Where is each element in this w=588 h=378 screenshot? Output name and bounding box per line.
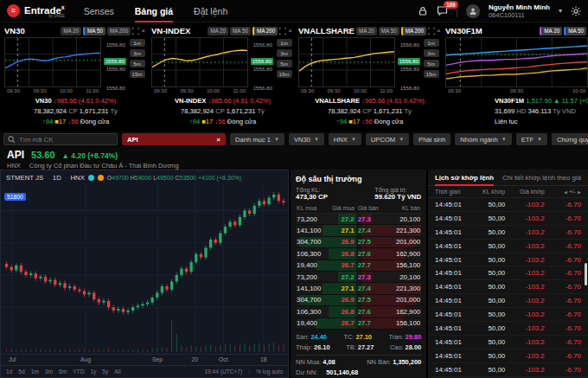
expand-icon[interactable]	[279, 28, 286, 35]
depth-row[interactable]: 106,30026.827.6162,900	[296, 306, 421, 317]
close-icon[interactable]: ×	[216, 136, 220, 144]
chart-timeframe-button[interactable]: 3m	[45, 368, 53, 375]
time-axis[interactable]: JulAugSep20Oct18	[1, 354, 288, 365]
entrade-logo[interactable]: ≡ Entradex by DNSE	[7, 3, 65, 18]
depth-row[interactable]: 73,20027.227.320,100	[296, 214, 421, 225]
chart-timeframe-button[interactable]: 6m	[59, 368, 67, 375]
chart-timeframe-button[interactable]: YTD	[73, 368, 84, 375]
tab-vn30[interactable]: VN30▼	[289, 133, 324, 145]
depth-row[interactable]: 19,40026.727.7156,100	[296, 318, 421, 330]
tab-chứng-quyền[interactable]: Chứng quyền	[552, 133, 588, 145]
tab-etf[interactable]: ETF▼	[516, 133, 547, 145]
lock-icon[interactable]	[418, 6, 428, 16]
history-tab[interactable]: Chi tiết khớp lệnh theo giá	[502, 170, 581, 186]
index-title: VN30F1M	[445, 26, 483, 35]
expand-icon[interactable]	[428, 28, 435, 35]
ma-button[interactable]: MA 200	[401, 27, 426, 35]
candlestick-canvas[interactable]	[1, 183, 288, 354]
depth-row[interactable]: 141,10027.127.4221,300	[296, 225, 421, 236]
nav-item-bảng-giá[interactable]: Bảng giá	[135, 0, 173, 22]
close-icon[interactable]: ×	[141, 28, 145, 35]
chart-timeframe-button[interactable]: All	[114, 368, 120, 375]
match-volume: 50,00	[475, 352, 505, 360]
foreign-stat: NN Mua: 4,08	[296, 357, 336, 368]
tab-danh-mục-1[interactable]: Danh mục 1▼	[230, 133, 284, 145]
ma-button[interactable]: MA 20	[540, 27, 562, 35]
nav-item-đặt-lệnh[interactable]: Đặt lệnh	[194, 0, 227, 22]
depth-row[interactable]: 141,10027.127.4221,300	[296, 283, 421, 294]
ma-button[interactable]: MA 50	[83, 27, 105, 35]
chart-timeframe-button[interactable]: 5y	[102, 368, 108, 375]
index-stats: VN30 ↓985.66 (4.61 0.42%)78,382,924 CP 1…	[4, 96, 147, 127]
ma-button[interactable]: MA 20	[208, 27, 228, 35]
sort-left-icon[interactable]: ◀	[564, 189, 567, 195]
legend-interval-badge-icon[interactable]	[98, 175, 104, 181]
close-icon[interactable]: ×	[288, 28, 292, 35]
tab-api-active[interactable]: API ×	[122, 133, 226, 145]
scale-button-%[interactable]: %	[256, 368, 261, 375]
nav-item-senses[interactable]: Senses	[84, 0, 114, 22]
ma-button[interactable]: MA 200	[107, 27, 131, 35]
depth-row[interactable]: 304,70026.927.5201,000	[296, 237, 421, 248]
tab-phái-sinh[interactable]: Phái sinh	[413, 133, 451, 145]
expand-icon[interactable]	[132, 28, 139, 35]
sort-right-icon[interactable]: ▶	[578, 189, 581, 195]
tab-hnx[interactable]: HNX▼	[329, 133, 361, 145]
avatar[interactable]	[466, 4, 480, 18]
chart-timeframe-button[interactable]: 1m	[31, 368, 39, 375]
history-row: 14:45:0150,00-103.2-6.70	[428, 280, 588, 294]
search-input[interactable]	[19, 136, 113, 144]
match-volume: 50,00	[475, 201, 505, 208]
timeframe-button[interactable]: 3m	[130, 49, 145, 57]
depth-row[interactable]: 106,30026.827.6162,900	[296, 248, 421, 259]
timeframe-button[interactable]: 1m	[277, 39, 292, 47]
index-line-chart[interactable]: 09:3009:3010:00	[445, 37, 588, 87]
timeframe-button[interactable]: 5m	[424, 60, 439, 67]
chevron-down-icon[interactable]: ▾	[559, 7, 562, 15]
up-arrow-icon: ▲	[62, 151, 69, 160]
chart-timeframe-button[interactable]: 1y	[90, 368, 96, 375]
tab-upcom[interactable]: UPCOM▼	[366, 133, 409, 145]
timeframe-button[interactable]: 15m	[424, 70, 439, 78]
depth-row[interactable]: 19,40026.727.7156,100	[296, 260, 421, 272]
ma-button[interactable]: MA 50	[379, 27, 399, 35]
legend-toggle-icon[interactable]	[88, 175, 94, 181]
timeframe-button[interactable]: 1m	[424, 39, 439, 47]
time-axis-label: Aug	[80, 356, 91, 362]
timeframe-button[interactable]: 3m	[424, 49, 439, 57]
ma-button[interactable]: MA 20	[356, 27, 377, 35]
depth-row[interactable]: 73,20027.227.320,100	[296, 272, 421, 283]
chart-timeframe-button[interactable]: 1d	[6, 368, 12, 375]
timeframe-button[interactable]: 5m	[130, 60, 145, 67]
index-line-chart[interactable]: 09:3009:3010:0011:00	[4, 37, 101, 87]
chat-icon[interactable]: 109	[437, 5, 448, 16]
index-line-chart[interactable]: 09:3009:3010:0011:00	[151, 37, 248, 87]
ma-button[interactable]: MA 20	[61, 27, 81, 35]
timeframe-button[interactable]: 3m	[277, 49, 292, 57]
timeframe-button[interactable]: 1m	[130, 39, 145, 47]
candlestick-chart-panel[interactable]: STMENT JS· 1D· HNX O49700 H54000 L49500 …	[0, 170, 289, 378]
price-alert-tag[interactable]: 51800	[4, 193, 26, 201]
scale-button-auto[interactable]: auto	[272, 368, 283, 375]
scrollbar-thumb[interactable]	[585, 263, 587, 285]
chart-timeframe-button[interactable]: 5d	[18, 368, 24, 375]
match-price: -103.2	[505, 283, 545, 291]
scale-button-log[interactable]: log	[263, 368, 271, 375]
index-stat-line-1: VN30F1M 1,517.90 ▲ 11.57 (+0.77%)	[495, 96, 588, 106]
tab-nhóm-ngành[interactable]: Nhóm ngành▼	[455, 133, 511, 145]
ma-button[interactable]: MA 50	[564, 27, 586, 35]
ma-button[interactable]: MA 50	[230, 27, 251, 35]
index-stat-line-2: 78,382,924 CP 1,671,231 Tỷ	[151, 106, 294, 117]
close-icon[interactable]: ×	[437, 28, 441, 35]
timeframe-button[interactable]: 5m	[277, 60, 292, 67]
index-line-chart[interactable]: 09:3009:3010:0011:00	[298, 37, 395, 87]
search-box[interactable]	[3, 133, 118, 145]
depth-row[interactable]: 304,70026.927.5201,000	[296, 295, 421, 306]
timeframe-button[interactable]: 15m	[277, 70, 292, 78]
history-tab[interactable]: Lịch sử khớp lệnh	[435, 170, 494, 186]
settings-icon[interactable]	[571, 6, 581, 16]
timeframe-button[interactable]: 15m	[130, 70, 145, 78]
ma-button[interactable]: MA 200	[252, 27, 278, 35]
match-volume: 50,00	[475, 269, 505, 277]
user-info[interactable]: Nguyễn Minh Minh 064C100111	[489, 3, 550, 19]
